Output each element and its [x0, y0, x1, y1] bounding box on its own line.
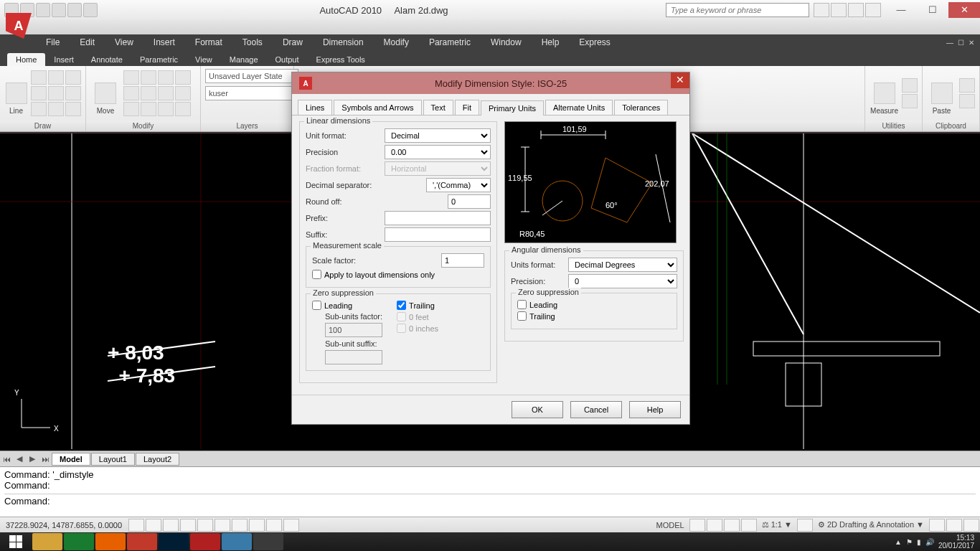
util-tool-icon[interactable] [902, 78, 918, 93]
ribbon-tab-output[interactable]: Output [267, 53, 308, 66]
modify-tool-icon[interactable] [175, 86, 191, 100]
modify-tool-icon[interactable] [141, 102, 156, 116]
menu-item-file[interactable]: File [36, 37, 70, 47]
dyn-button[interactable] [249, 519, 265, 532]
osnap-button[interactable] [197, 519, 213, 532]
modify-tool-icon[interactable] [141, 70, 156, 85]
tab-symbols-arrows[interactable]: Symbols and Arrows [334, 100, 421, 115]
menu-item-dimension[interactable]: Dimension [313, 37, 374, 47]
tray-chevron-icon[interactable]: ▲ [895, 538, 902, 546]
ribbon-tab-home[interactable]: Home [7, 53, 45, 66]
help-icon[interactable] [865, 3, 881, 17]
panel-label[interactable]: Draw [0, 121, 85, 131]
clock-time[interactable]: 15:13 [938, 534, 974, 542]
ribbon-tab-view[interactable]: View [187, 53, 221, 66]
layout-tab-model[interactable]: Model [52, 453, 90, 466]
draw-tool-icon[interactable] [65, 102, 81, 116]
annotation-scale[interactable]: ⚖ 1:1 ▼ [758, 520, 796, 529]
apply-layout-checkbox[interactable]: Apply to layout dimensions only [312, 270, 484, 279]
draw-tool-icon[interactable] [31, 70, 47, 85]
help-button[interactable]: Help [629, 401, 681, 418]
modify-tool-icon[interactable] [141, 86, 156, 100]
polar-button[interactable] [180, 519, 196, 532]
layout-nav-last[interactable]: ⏭ [39, 455, 52, 463]
qp-button[interactable] [283, 519, 299, 532]
tray-battery-icon[interactable]: ▮ [917, 538, 921, 546]
scale-factor-input[interactable] [441, 253, 484, 268]
modify-tool-icon[interactable] [158, 102, 174, 116]
layer-state-combo[interactable]: Unsaved Layer State [205, 69, 298, 83]
tab-text[interactable]: Text [423, 100, 453, 115]
menu-item-tools[interactable]: Tools [232, 37, 273, 47]
tab-primary-units[interactable]: Primary Units [481, 100, 544, 116]
command-window[interactable]: Command: '_dimstyle Command: Command: [0, 466, 980, 517]
status-tool-icon[interactable] [797, 519, 813, 532]
layout-nav-first[interactable]: ⏮ [0, 455, 13, 463]
status-tool-icon[interactable] [963, 519, 979, 532]
binoculars-icon[interactable] [814, 3, 829, 17]
search-input[interactable] [666, 3, 809, 17]
tray-action-center-icon[interactable]: ⚑ [906, 538, 913, 546]
close-button[interactable]: ✕ [948, 2, 980, 18]
prefix-input[interactable] [385, 211, 491, 225]
lwt-button[interactable] [266, 519, 282, 532]
status-tool-icon[interactable] [724, 519, 740, 532]
util-tool-icon[interactable] [902, 94, 918, 108]
start-button[interactable] [0, 532, 32, 551]
taskbar-explorer-icon[interactable] [32, 533, 62, 550]
layout-nav-next[interactable]: ▶ [26, 454, 39, 463]
menu-item-window[interactable]: Window [481, 37, 532, 47]
qat-undo-icon[interactable] [52, 3, 66, 17]
ribbon-tab-insert[interactable]: Insert [45, 53, 83, 66]
status-tool-icon[interactable] [741, 519, 757, 532]
menu-item-modify[interactable]: Modify [374, 37, 419, 47]
dialog-close-button[interactable]: ✕ [671, 72, 689, 88]
doc-maximize-button[interactable]: ☐ [956, 39, 966, 47]
modify-tool-icon[interactable] [175, 102, 191, 116]
ribbon-tab-express[interactable]: Express Tools [308, 53, 374, 66]
status-tool-icon[interactable] [946, 519, 962, 532]
otrack-button[interactable] [215, 519, 230, 532]
status-tool-icon[interactable] [929, 519, 945, 532]
leading-checkbox[interactable]: Leading [312, 301, 382, 310]
modify-tool-icon[interactable] [158, 70, 174, 85]
modify-tool-icon[interactable] [175, 70, 191, 85]
draw-tool-icon[interactable] [31, 86, 47, 100]
cancel-button[interactable]: Cancel [570, 401, 622, 418]
ducs-button[interactable] [232, 519, 248, 532]
tab-fit[interactable]: Fit [455, 100, 479, 115]
modify-tool-icon[interactable] [123, 70, 139, 85]
taskbar-store-icon[interactable] [64, 533, 94, 550]
move-button[interactable]: Move [90, 72, 121, 115]
qat-redo-icon[interactable] [67, 3, 82, 17]
menu-item-parametric[interactable]: Parametric [419, 37, 481, 47]
panel-label[interactable]: Modify [86, 121, 200, 131]
measure-button[interactable]: Measure [870, 72, 899, 115]
line-button[interactable]: Line [4, 72, 28, 115]
draw-tool-icon[interactable] [48, 70, 64, 85]
menu-item-format[interactable]: Format [185, 37, 232, 47]
taskbar-photos-icon[interactable] [222, 533, 252, 550]
layout-tab-layout1[interactable]: Layout1 [91, 453, 135, 466]
status-tool-icon[interactable] [689, 519, 705, 532]
paste-button[interactable]: Paste [927, 72, 956, 115]
round-off-input[interactable] [448, 194, 491, 209]
ribbon-tab-annotate[interactable]: Annotate [83, 53, 131, 66]
clip-tool-icon[interactable] [959, 78, 975, 93]
draw-tool-icon[interactable] [65, 70, 81, 85]
ribbon-tab-manage[interactable]: Manage [221, 53, 267, 66]
layout-nav-prev[interactable]: ◀ [13, 454, 26, 463]
modify-tool-icon[interactable] [158, 86, 174, 100]
angular-precision-select[interactable]: 0 [568, 274, 677, 288]
coordinates-readout[interactable]: 37228.9024, 14787.6855, 0.0000 [0, 521, 128, 529]
draw-tool-icon[interactable] [65, 86, 81, 100]
snap-button[interactable] [128, 519, 144, 532]
suffix-input[interactable] [385, 227, 491, 242]
taskbar-autocad-icon[interactable] [190, 533, 220, 550]
command-input[interactable] [52, 496, 976, 507]
draw-tool-icon[interactable] [48, 102, 64, 116]
trailing-checkbox[interactable]: Trailing [397, 301, 438, 310]
qat-save-icon[interactable] [36, 3, 50, 17]
draw-tool-icon[interactable] [48, 86, 64, 100]
status-tool-icon[interactable] [707, 519, 722, 532]
